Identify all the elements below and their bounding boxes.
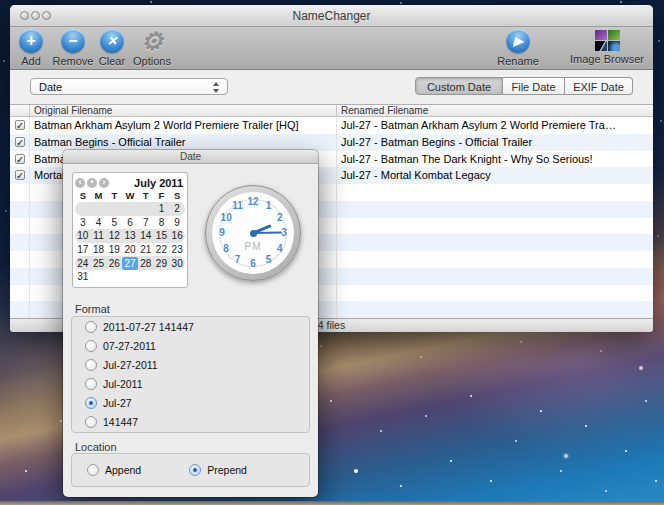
row-checkbox[interactable]: ✓ [15,137,25,147]
calendar-day[interactable]: 14 [138,229,154,242]
radio-selected-icon[interactable] [85,397,97,409]
today-button[interactable]: • [87,178,97,188]
radio-unselected-icon[interactable] [85,340,97,352]
calendar-day[interactable]: 21 [138,243,154,256]
calendar-day[interactable]: 27 [122,257,138,270]
desktop-background: NameChanger + Add − Remove ✕ Clear ⚙ Opt… [0,0,664,505]
table-header[interactable]: Original Filename Renamed Filename [10,105,653,117]
calendar-day[interactable]: 22 [154,243,170,256]
next-month-button[interactable]: › [99,178,109,188]
calendar-day[interactable]: 25 [91,257,107,270]
format-option[interactable]: Jul-2011 [85,378,309,390]
date-mode-segmented-control: Custom DateFile DateEXIF Date [415,77,633,95]
table-row[interactable]: ✓Batman Arkham Asylum 2 World Premiere T… [10,117,653,134]
original-filename-column-header[interactable]: Original Filename [30,105,337,116]
clock-period-label: PM [212,241,294,252]
calendar-day[interactable]: 7 [138,216,154,229]
calendar-day[interactable]: 3 [75,216,91,229]
format-option[interactable]: Jul-27 [85,397,309,409]
clock-numeral: 6 [246,258,260,269]
row-checkbox-cell [10,268,30,285]
radio-unselected-icon[interactable] [85,359,97,371]
format-option[interactable]: Jul-27-2011 [85,359,309,371]
calendar-day[interactable]: 4 [91,216,107,229]
table-row[interactable]: ✓Batman Begins - Official TrailerJul-27 … [10,134,653,151]
calendar-day[interactable]: 29 [154,257,170,270]
format-option-label: Jul-27-2011 [103,359,158,371]
row-renamed-filename: Jul-27 - Batman Arkham Asylum 2 World Pr… [337,117,653,134]
clock-numeral: 1 [262,200,276,211]
calendar-day[interactable]: 31 [75,270,91,283]
calendar-week-row: 3456789 [75,216,185,230]
row-original-filename: Batman Begins - Official Trailer [30,134,337,151]
format-option[interactable]: 141447 [85,416,309,428]
format-option-label: 07-27-2011 [103,340,156,352]
calendar-day[interactable]: 6 [122,216,138,229]
format-option[interactable]: 07-27-2011 [85,340,309,352]
calendar-day[interactable]: 13 [122,229,138,242]
format-options: 2011-07-27 14144707-27-2011Jul-27-2011Ju… [71,316,310,433]
calendar-day[interactable]: 26 [106,257,122,270]
row-renamed-filename [337,268,653,285]
image-browser-button[interactable]: Image Browser [569,29,645,65]
calendar-day[interactable]: 8 [154,216,170,229]
row-checkbox-cell [10,301,30,318]
row-checkbox-cell [10,251,30,268]
radio-unselected-icon[interactable] [85,416,97,428]
radio-unselected-icon[interactable] [85,378,97,390]
row-checkbox[interactable]: ✓ [15,154,25,164]
date-panel-titlebar[interactable]: Date [63,150,318,164]
row-checkbox[interactable]: ✓ [15,170,25,180]
calendar-day[interactable]: 30 [169,257,185,270]
clock-numeral: 2 [273,212,287,223]
clear-button[interactable]: ✕ Clear [94,29,130,67]
day-header: S [75,190,91,202]
options-label: Options [130,55,174,67]
action-dropdown[interactable]: Date [30,78,228,95]
calendar-day[interactable]: 9 [169,216,185,229]
checkbox-column-header [10,105,30,116]
row-original-filename: Batman Arkham Asylum 2 World Premiere Tr… [30,117,337,134]
calendar-day[interactable]: 12 [106,229,122,242]
calendar-day[interactable]: 1 [154,202,170,215]
add-button[interactable]: + Add [11,29,51,67]
row-renamed-filename [337,201,653,218]
options-button[interactable]: ⚙ Options [130,29,174,67]
location-option[interactable]: Prepend [189,464,247,476]
calendar-day[interactable]: 15 [154,229,170,242]
calendar-day[interactable]: 10 [75,229,91,242]
radio-selected-icon[interactable] [189,464,201,476]
clock-numeral: 12 [246,196,260,207]
calendar-day[interactable]: 24 [75,257,91,270]
row-checkbox[interactable]: ✓ [15,120,25,130]
calendar-day[interactable]: 17 [75,243,91,256]
screen-bottom-strip [0,501,664,505]
renamed-filename-column-header[interactable]: Renamed Filename [337,105,653,116]
window-titlebar[interactable]: NameChanger [10,5,653,27]
calendar-day[interactable]: 20 [122,243,138,256]
calendar-day[interactable]: 18 [91,243,107,256]
calendar-day[interactable]: 28 [138,257,154,270]
row-renamed-filename [337,234,653,251]
calendar-day[interactable]: 16 [169,229,185,242]
location-option[interactable]: Append [87,464,141,476]
remove-button[interactable]: − Remove [50,29,96,67]
rename-button[interactable]: ▶ Rename [490,29,546,67]
calendar-day[interactable]: 2 [169,202,185,215]
format-option-label: 141447 [103,416,138,428]
prev-month-button[interactable]: ‹ [75,178,85,188]
calendar-day[interactable]: 5 [106,216,122,229]
location-group-label: Location [75,441,117,453]
calendar-day[interactable]: 19 [106,243,122,256]
segment-custom-date[interactable]: Custom Date [415,77,503,95]
row-checkbox-cell: ✓ [10,167,30,184]
row-checkbox-cell [10,285,30,302]
calendar-day[interactable]: 23 [169,243,185,256]
radio-unselected-icon[interactable] [87,464,99,476]
calendar-weeks: 1234567891011121314151617181920212223242… [75,202,185,284]
radio-unselected-icon[interactable] [85,321,97,333]
calendar-day[interactable]: 11 [91,229,107,242]
format-option[interactable]: 2011-07-27 141447 [85,321,309,333]
segment-exif-date[interactable]: EXIF Date [565,77,633,95]
segment-file-date[interactable]: File Date [503,77,565,95]
